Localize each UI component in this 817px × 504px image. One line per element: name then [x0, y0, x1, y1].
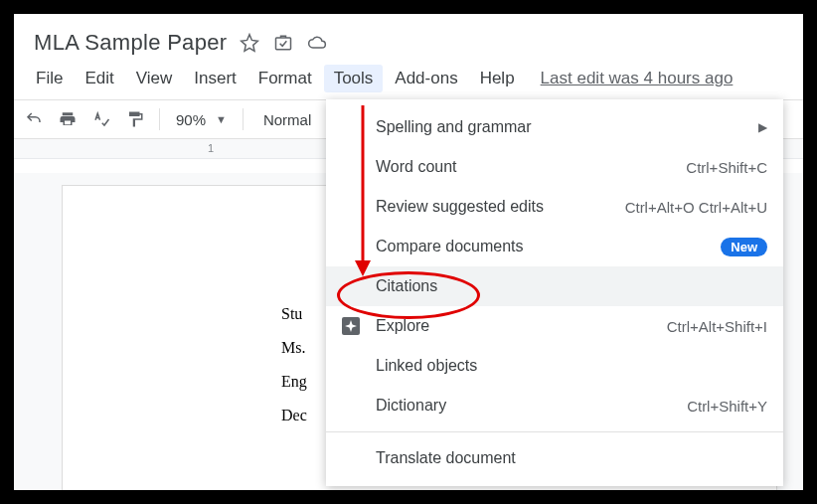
menu-addons[interactable]: Add-ons — [385, 65, 467, 92]
menu-edit[interactable]: Edit — [75, 65, 123, 92]
menu-item-label: Compare documents — [376, 238, 721, 255]
menu-item-label: Explore — [376, 317, 667, 335]
spacer-icon — [340, 116, 362, 138]
menu-item-label: Dictionary — [376, 397, 687, 415]
title-bar: MLA Sample Paper — [14, 14, 803, 58]
paragraph-style-picker[interactable]: Normal — [253, 111, 321, 128]
paint-format-icon[interactable] — [121, 105, 149, 133]
chevron-down-icon: ▼ — [216, 113, 227, 125]
star-icon[interactable] — [239, 32, 260, 54]
menu-view[interactable]: View — [126, 65, 183, 92]
menu-item-label: Linked objects — [376, 357, 767, 375]
toolbar-separator — [243, 108, 244, 130]
svg-marker-3 — [345, 320, 357, 332]
spacer-icon — [340, 236, 362, 257]
zoom-picker[interactable]: 90% ▼ — [170, 111, 233, 128]
last-edit-link[interactable]: Last edit was 4 hours ago — [541, 69, 734, 88]
spellcheck-icon[interactable] — [87, 105, 115, 133]
toolbar-separator — [159, 108, 160, 130]
menu-item-shortcut: Ctrl+Shift+Y — [687, 398, 767, 415]
tools-dropdown: Spelling and grammar ▶ Word count Ctrl+S… — [326, 99, 783, 486]
zoom-value: 90% — [176, 111, 206, 128]
menu-item-spelling[interactable]: Spelling and grammar ▶ — [326, 107, 783, 147]
menu-item-shortcut: Ctrl+Alt+O Ctrl+Alt+U — [625, 199, 767, 216]
menu-item-dictionary[interactable]: Dictionary Ctrl+Shift+Y — [326, 386, 783, 425]
menu-item-shortcut: Ctrl+Shift+C — [686, 159, 767, 176]
document-title[interactable]: MLA Sample Paper — [34, 30, 227, 56]
menu-item-label: Spelling and grammar — [376, 118, 758, 136]
cloud-status-icon[interactable] — [306, 32, 328, 54]
menu-divider — [326, 431, 783, 432]
menu-item-label: Word count — [376, 158, 686, 176]
move-icon[interactable] — [272, 32, 294, 54]
print-icon[interactable] — [54, 105, 82, 133]
menu-item-word-count[interactable]: Word count Ctrl+Shift+C — [326, 147, 783, 187]
menu-format[interactable]: Format — [248, 65, 322, 92]
app-window: MLA Sample Paper File Edit View Insert F… — [14, 14, 803, 490]
menu-item-citations[interactable]: Citations — [326, 266, 783, 306]
style-value: Normal — [263, 111, 311, 128]
menu-item-translate[interactable]: Translate document — [326, 438, 783, 478]
ruler-tick-1: 1 — [208, 142, 214, 154]
menu-bar: File Edit View Insert Format Tools Add-o… — [14, 58, 803, 93]
menu-item-label: Citations — [376, 277, 767, 295]
menu-insert[interactable]: Insert — [184, 65, 246, 92]
menu-item-explore[interactable]: Explore Ctrl+Alt+Shift+I — [326, 306, 783, 346]
spacer-icon — [340, 275, 362, 297]
menu-item-review-edits[interactable]: Review suggested edits Ctrl+Alt+O Ctrl+A… — [326, 187, 783, 227]
spacer-icon — [340, 395, 362, 417]
undo-icon[interactable] — [20, 105, 48, 133]
new-badge: New — [721, 238, 767, 256]
menu-item-label: Review suggested edits — [376, 198, 625, 216]
menu-tools[interactable]: Tools — [324, 65, 384, 92]
submenu-arrow-icon: ▶ — [758, 120, 767, 134]
explore-icon — [340, 315, 362, 337]
menu-item-label: Translate document — [376, 449, 767, 467]
menu-item-compare[interactable]: Compare documents New — [326, 227, 783, 266]
spacer-icon — [340, 196, 362, 218]
spacer-icon — [340, 447, 362, 469]
spacer-icon — [340, 156, 362, 178]
menu-item-shortcut: Ctrl+Alt+Shift+I — [667, 318, 767, 335]
svg-rect-0 — [276, 38, 291, 50]
menu-file[interactable]: File — [26, 65, 73, 92]
menu-help[interactable]: Help — [470, 65, 525, 92]
menu-item-linked-objects[interactable]: Linked objects — [326, 346, 783, 386]
spacer-icon — [340, 355, 362, 377]
